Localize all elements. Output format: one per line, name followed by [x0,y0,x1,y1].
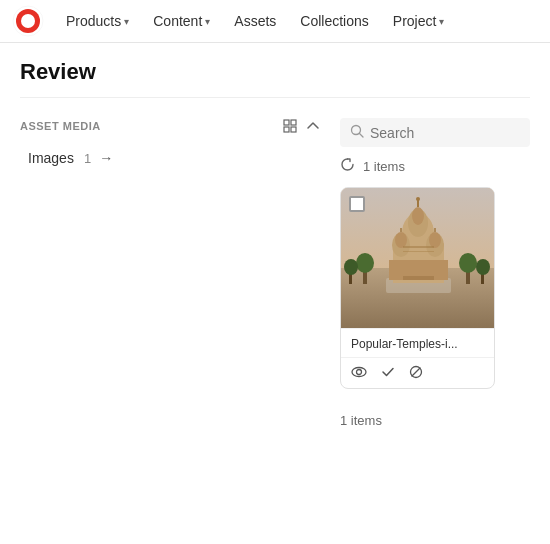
svg-point-17 [412,207,424,225]
refresh-icon[interactable] [340,157,355,175]
svg-rect-36 [403,246,434,248]
page-title: Review [20,59,530,98]
nav-item-content[interactable]: Content ▾ [143,7,220,35]
svg-point-31 [459,253,477,273]
svg-line-41 [412,368,420,376]
svg-rect-6 [291,127,296,132]
nav-item-project[interactable]: Project ▾ [383,7,455,35]
images-label: Images [28,150,74,166]
search-input[interactable] [370,125,520,141]
asset-card: Popular-Temples-i... [340,187,495,389]
chevron-down-icon: ▾ [439,16,444,27]
svg-point-19 [416,197,420,201]
images-row[interactable]: Images 1 → [20,146,320,170]
svg-point-2 [21,14,35,28]
card-name: Popular-Temples-i... [341,328,494,357]
nav-item-products[interactable]: Products ▾ [56,7,139,35]
chevron-down-icon: ▾ [124,16,129,27]
card-actions [341,357,494,388]
chevron-down-icon: ▾ [205,16,210,27]
svg-rect-37 [403,251,434,252]
main-nav: Products ▾ Content ▾ Assets Collections … [0,0,550,43]
search-icon [350,124,364,141]
svg-point-29 [356,253,374,273]
svg-point-21 [395,232,407,248]
nav-item-collections[interactable]: Collections [290,7,378,35]
svg-rect-4 [291,120,296,125]
bottom-count: 1 items [340,405,530,428]
items-count-top: 1 items [340,157,530,175]
svg-point-39 [357,370,362,375]
content-area: ASSET MEDIA [20,118,530,428]
svg-rect-27 [406,273,431,276]
reject-button[interactable] [409,365,423,379]
svg-point-33 [344,259,358,275]
collapse-icon[interactable] [306,119,320,133]
svg-rect-26 [403,276,434,280]
nav-item-assets[interactable]: Assets [224,7,286,35]
expand-icon[interactable] [282,118,298,134]
right-panel: 1 items [340,118,530,428]
svg-rect-5 [284,127,289,132]
card-image-wrap [341,188,494,328]
svg-rect-3 [284,120,289,125]
card-checkbox[interactable] [349,196,365,212]
page-content: Review ASSET MEDIA [0,43,550,444]
app-logo[interactable] [12,5,44,37]
section-label-asset-media: ASSET MEDIA [20,118,320,134]
search-bar [340,118,530,147]
images-count: 1 [84,151,91,166]
section-icons [282,118,320,134]
svg-point-35 [476,259,490,275]
left-panel: ASSET MEDIA [20,118,320,428]
svg-point-24 [429,232,441,248]
svg-line-8 [360,134,364,138]
approve-button[interactable] [381,365,395,379]
view-button[interactable] [351,364,367,380]
arrow-right-icon: → [99,150,113,166]
